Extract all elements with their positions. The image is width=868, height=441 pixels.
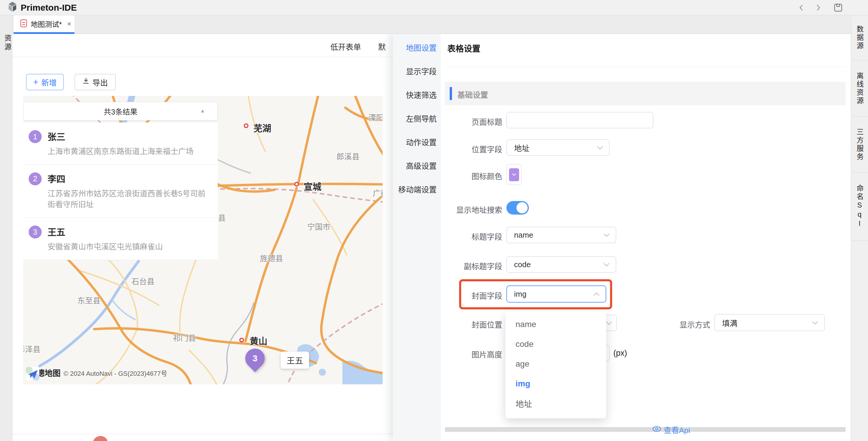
label-display-mode: 显示方式 (622, 319, 710, 330)
list-item-1[interactable]: 2李四江苏省苏州市姑苏区沧浪街道西善长巷5号司前街看守所旧址 (23, 165, 218, 218)
subtitle-field-select[interactable]: code (506, 256, 616, 273)
map-label-county-1: 溧阳 (368, 111, 382, 123)
map-marker-number: 3 (245, 349, 265, 368)
result-count-header[interactable]: 共3条结果 ▲ (23, 102, 218, 121)
right-rail-item-label: 离线资源 (855, 72, 865, 105)
tab-close-icon[interactable]: × (67, 20, 71, 28)
right-rail-item-label: 三方服务 (855, 128, 865, 161)
title-field-select[interactable]: name (506, 227, 616, 243)
color-swatch (509, 168, 519, 181)
settings-nav-item-0[interactable]: 地图设置 (406, 42, 437, 53)
left-rail-item-resources[interactable]: 资源 (2, 34, 10, 52)
title-divider (445, 67, 845, 67)
right-rail-item-2[interactable]: 三方服务 (851, 116, 868, 173)
tab-file-icon (20, 19, 27, 29)
settings-title: 表格设置 (447, 42, 480, 54)
item-name: 王五 (48, 225, 163, 238)
list-item-0[interactable]: 1张三上海市黄浦区南京东路街道上海来福士广场 (23, 123, 218, 165)
dropdown-option-code[interactable]: code (505, 334, 606, 354)
label-page-title: 页面标题 (414, 116, 502, 127)
map-label-county-4: 广德市 (373, 187, 382, 198)
map-marker-label[interactable]: 王五 (281, 351, 309, 369)
cover-field-select[interactable]: img (506, 285, 606, 303)
toolbar-item-lowcode-form[interactable]: 低开表单 (330, 41, 361, 52)
add-button-label: 新增 (41, 77, 57, 88)
view-api-link[interactable]: 查看Api (618, 424, 724, 435)
px-suffix: (px) (613, 349, 627, 358)
dropdown-option-地址[interactable]: 地址 (505, 394, 606, 413)
design-canvas: 低开表单 默 (12, 34, 393, 441)
label-address-search: 显示地址搜索 (414, 204, 502, 215)
map-copyright: © 2024 AutoNavi - GS(2023)4677号 (64, 368, 167, 377)
label-cover-field: 封面字段 (414, 290, 502, 301)
label-image-height: 图片高度 (414, 349, 502, 360)
location-field-select[interactable]: 地址 (506, 139, 610, 156)
item-address: 江苏省苏州市姑苏区沧浪街道西善长巷5号司前街看守所旧址 (48, 188, 210, 210)
section-accent-bar (450, 87, 452, 100)
toggle-knob (517, 202, 528, 213)
page-title-input[interactable] (506, 112, 653, 128)
city-marker-ring (294, 182, 299, 186)
canvas-bottom-divider (12, 434, 393, 434)
dropdown-option-age[interactable]: age (505, 354, 606, 374)
item-name: 李四 (48, 172, 210, 185)
app-title: Primeton-IDE (21, 3, 77, 13)
item-number-badge: 3 (29, 226, 42, 238)
map-label-city-0: 芜湖 (253, 121, 271, 134)
chevron-down-icon (603, 233, 610, 237)
tab-label: 地图测试* (31, 19, 62, 29)
item-name: 张三 (48, 130, 193, 143)
left-rail: 资源 (0, 15, 12, 441)
right-rail-item-3[interactable]: 命名Sql (851, 173, 868, 241)
right-rail-item-label: 命名Sql (855, 184, 865, 229)
chevron-down-icon (603, 263, 610, 267)
save-icon[interactable] (834, 3, 843, 12)
dropdown-option-name[interactable]: name (505, 314, 606, 334)
city-marker-ring (239, 338, 244, 342)
settings-panel: 地图设置显示字段快速筛选左侧导航动作设置高级设置移动端设置 表格设置 基础设置 … (393, 34, 851, 441)
history-back-icon[interactable] (798, 3, 805, 12)
label-title-field: 标题字段 (414, 231, 502, 242)
dropdown-option-img[interactable]: img (505, 374, 606, 394)
settings-nav-item-1[interactable]: 显示字段 (406, 66, 437, 76)
settings-main: 表格设置 基础设置 页面标题 位置字段 地址 图标颜色 显示地址搜索 标题字段 … (441, 34, 851, 441)
label-subtitle-field: 副标题字段 (414, 260, 502, 271)
app-logo-icon (8, 2, 17, 13)
map-label-city-12: 黄山 (250, 334, 267, 347)
item-number-badge: 1 (29, 130, 42, 143)
map-label-county-7: 旌德县 (260, 252, 283, 263)
list-item-2[interactable]: 3王五安徽省黄山市屯溪区屯光镇麻雀山 (23, 218, 218, 260)
view-api-label: 查看Api (663, 424, 690, 435)
settings-nav-item-6[interactable]: 移动端设置 (398, 183, 437, 195)
settings-nav-item-5[interactable]: 高级设置 (406, 160, 437, 171)
item-address: 安徽省黄山市屯溪区屯光镇麻雀山 (48, 241, 163, 253)
map-attribution: 高德地图 © 2024 AutoNavi - GS(2023)4677号 (26, 367, 167, 378)
map-label-county-10: 祁门县 (173, 332, 196, 343)
right-rail-item-0[interactable]: 数据源 (851, 15, 868, 61)
settings-nav-item-2[interactable]: 快速筛选 (406, 89, 437, 100)
icon-color-picker[interactable] (506, 164, 522, 185)
toolbar-item-default[interactable]: 默 (378, 41, 386, 52)
map-label-county-9: 东至县 (78, 295, 100, 306)
tab-map-test[interactable]: 地图测试* × (13, 15, 74, 32)
result-count-text: 共3条结果 (104, 106, 137, 116)
right-rail-item-1[interactable]: 离线资源 (851, 61, 868, 116)
section-title: 基础设置 (457, 89, 488, 100)
export-button[interactable]: 导出 (74, 74, 116, 90)
label-icon-color: 图标颜色 (414, 170, 502, 181)
cover-field-dropdown: namecodeageimg地址 (505, 311, 606, 418)
canvas-toolbar: 低开表单 默 (12, 34, 393, 57)
history-forward-icon[interactable] (815, 3, 822, 12)
chevron-down-icon (812, 321, 818, 325)
plus-icon: + (33, 78, 38, 87)
active-tab-underline (13, 32, 74, 34)
map-marker-pin[interactable]: 3 (241, 344, 269, 372)
collapse-triangle-icon[interactable]: ▲ (200, 108, 205, 114)
tab-bar: 地图测试* × (12, 15, 851, 34)
red-floating-badge[interactable] (93, 436, 108, 441)
add-button[interactable]: + 新增 (26, 74, 64, 90)
section-basic-settings: 基础设置 (445, 82, 845, 105)
display-mode-select[interactable]: 填满 (714, 314, 825, 331)
map-label-city-3: 宣城 (304, 179, 321, 193)
address-search-toggle[interactable] (506, 201, 529, 214)
